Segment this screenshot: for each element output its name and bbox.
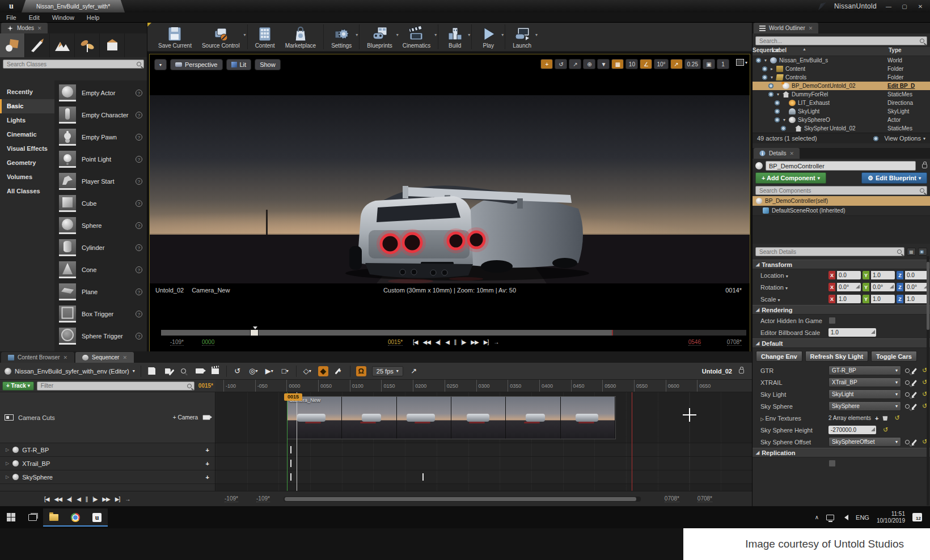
placeable-item[interactable]: Empty Actor ? (59, 84, 147, 101)
property-number-field[interactable]: -270000.0 (828, 426, 876, 434)
close-button[interactable]: ✕ (916, 3, 924, 10)
play-button[interactable]: Play ▾ (474, 24, 502, 50)
component-row[interactable]: DefaultSceneRoot (Inherited) (753, 206, 930, 215)
task-view-button[interactable] (22, 508, 43, 527)
paint-mode-button[interactable] (25, 33, 50, 57)
view-options-button[interactable]: View Options▾ (872, 135, 925, 142)
visibility-eye-icon[interactable] (767, 92, 775, 97)
dropdown-caret-icon[interactable]: ▾ (501, 32, 504, 37)
placeable-item[interactable]: Cone ? (59, 261, 147, 278)
maximize-button[interactable]: ▢ (901, 3, 908, 10)
add-section-button[interactable]: + (206, 447, 209, 453)
view-range-start-field[interactable]: -109* (256, 495, 270, 502)
keyframe-tick[interactable] (422, 473, 424, 481)
viewport-options-button[interactable]: ▾ (154, 59, 167, 70)
display-filter-eye-icon[interactable] (918, 248, 927, 256)
scale-snap-value[interactable]: 0.25 (684, 59, 701, 69)
outliner-search-input[interactable] (758, 37, 920, 45)
cinematics-button[interactable]: Cinematics ▾ (398, 24, 436, 50)
add-section-button[interactable]: + (206, 474, 209, 481)
mode-category[interactable]: Recently Placed (0, 85, 54, 99)
mode-category[interactable]: Lights (0, 113, 54, 128)
rendering-section-header[interactable]: ◢Rendering (753, 305, 930, 315)
project-title-tab[interactable]: Nissan_EnvBuild_syfer_with* (22, 0, 125, 12)
default-section-header[interactable]: ◢Default (753, 338, 930, 348)
find-in-content-browser-button[interactable] (179, 366, 189, 376)
build-button[interactable]: Build ▾ (441, 24, 469, 50)
outliner-row[interactable]: BP_DemoCont Untold_02 Edit BP_D (753, 82, 930, 90)
timeline-scrollbar[interactable] (284, 497, 641, 502)
mode-category[interactable]: Geometry (0, 156, 54, 170)
menu-item[interactable]: Help (81, 14, 106, 21)
lit-mode-button[interactable]: Lit (226, 59, 252, 70)
y-value-field[interactable]: 1.0 (871, 295, 895, 303)
browse-asset-icon[interactable] (905, 368, 910, 373)
undo-icon[interactable]: ↺ (232, 366, 243, 376)
world-local-toggle-button[interactable]: ⊕ (583, 59, 595, 69)
visibility-eye-icon[interactable] (767, 83, 775, 88)
visibility-eye-icon[interactable] (761, 75, 768, 80)
object-track-row[interactable]: ▷ XTrail_BP + (0, 457, 215, 470)
search-details-field[interactable] (755, 247, 904, 256)
viewport-timeline-scrubber[interactable] (161, 330, 746, 336)
playhead-line[interactable] (297, 392, 297, 491)
search-classes-input[interactable] (6, 61, 137, 68)
browse-asset-icon[interactable] (905, 440, 910, 444)
viewport-layout-button[interactable]: ▾ (736, 59, 747, 66)
jump-to-end-button[interactable] (115, 496, 120, 502)
range-end-field[interactable]: 0708* (727, 339, 742, 346)
grid-snap-button[interactable]: ▦ (611, 59, 624, 69)
dropdown-caret-icon[interactable]: ▾ (356, 32, 358, 37)
camera-cut-clip[interactable] (287, 396, 616, 439)
geometry-mode-button[interactable] (100, 33, 125, 57)
play-reverse-button[interactable] (77, 496, 81, 502)
current-frame-field[interactable]: 0015* (388, 339, 403, 346)
step-forward-button[interactable] (92, 496, 97, 502)
create-camera-button[interactable] (195, 366, 205, 376)
outliner-row[interactable]: Nissan_EnvBuild_s World (753, 56, 930, 65)
range-start-field[interactable]: -109* (170, 339, 184, 346)
browse-asset-icon[interactable] (905, 404, 910, 409)
outliner-row[interactable]: Content Folder (753, 65, 930, 73)
object-track-row[interactable]: ▷ GT-R_BP + (0, 443, 215, 457)
property-dropdown[interactable]: SkyLight▾ (828, 389, 901, 399)
z-value-field[interactable]: 1.0 (905, 295, 929, 303)
help-icon[interactable]: ? (136, 289, 142, 295)
expander-arrow-icon[interactable] (764, 58, 770, 63)
auto-key-button[interactable]: ◆ (318, 366, 328, 376)
details-scrollbar[interactable] (927, 256, 929, 506)
source-control-button[interactable]: Source Control ▾ (197, 24, 245, 50)
expander-arrow-icon[interactable] (783, 117, 789, 122)
camera-icon[interactable] (203, 415, 210, 419)
next-keyframe-button[interactable] (102, 496, 109, 502)
visibility-eye-icon[interactable] (773, 117, 781, 122)
previous-keyframe-button[interactable] (54, 496, 61, 502)
step-back-button[interactable] (67, 496, 71, 502)
keyframe-tick[interactable] (290, 473, 291, 481)
selection-range-button[interactable]: □▾ (280, 366, 290, 376)
reset-to-default-icon[interactable]: ↺ (894, 414, 899, 422)
outliner-row[interactable]: SkySphereO Actor (753, 116, 930, 124)
property-dropdown[interactable]: SkySphereOffset▾ (828, 437, 901, 447)
search-components-field[interactable] (755, 186, 927, 195)
save-current-button[interactable]: Save Current (153, 24, 197, 50)
dropdown-caret-icon[interactable]: ▾ (535, 32, 538, 37)
z-value-field[interactable]: 0.0 (905, 271, 929, 279)
search-details-input[interactable] (758, 248, 897, 256)
frame-rate-button[interactable]: 25 fps▾ (372, 366, 403, 376)
scrubber-handle[interactable] (250, 329, 259, 336)
x-value-field[interactable]: 0.0 (837, 271, 861, 279)
expander-arrow-icon[interactable]: ▷ (6, 447, 9, 452)
browse-asset-icon[interactable] (905, 392, 910, 397)
loop-mode-button[interactable] (493, 339, 498, 345)
replication-section-header[interactable]: ◢Replication (753, 448, 930, 457)
scale-tool-button[interactable]: ↗ (569, 59, 581, 69)
keyframe-tick[interactable] (290, 460, 291, 467)
mode-category[interactable]: Visual Effects (0, 142, 54, 156)
visibility-eye-icon[interactable] (755, 58, 762, 63)
placeable-item[interactable]: Sphere Trigger ? (59, 327, 147, 345)
z-value-field[interactable]: 0.0° (905, 283, 929, 291)
curve-editor-button[interactable]: ↗ (409, 366, 419, 376)
sequencer-current-frame[interactable]: 0015* (198, 383, 213, 389)
launch-button[interactable]: Launch ▾ (508, 24, 536, 50)
